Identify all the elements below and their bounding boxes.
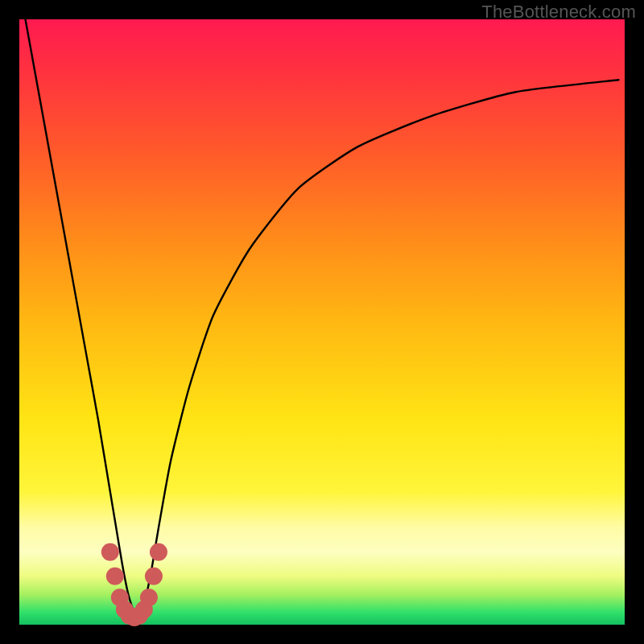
- chart-frame: TheBottleneck.com: [0, 0, 644, 644]
- valley-dot: [140, 588, 158, 606]
- chart-svg: [19, 19, 625, 625]
- valley-dot: [106, 568, 124, 585]
- valley-dot: [145, 568, 163, 585]
- valley-marker-dots: [101, 543, 167, 626]
- bottleneck-curve: [26, 19, 619, 614]
- chart-plot-area: [19, 19, 625, 625]
- valley-dot: [101, 543, 119, 561]
- valley-dot: [150, 543, 167, 561]
